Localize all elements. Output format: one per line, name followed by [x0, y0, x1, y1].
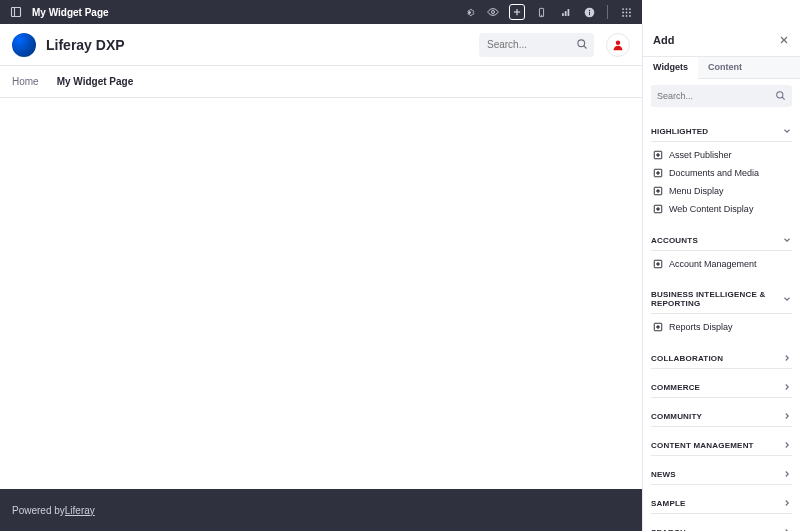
panel-search-icon[interactable] — [775, 90, 786, 101]
category-label: COMMUNITY — [651, 412, 702, 421]
widget-item[interactable]: Menu Display — [651, 182, 792, 200]
svg-point-16 — [622, 11, 624, 13]
add-icon[interactable] — [509, 4, 525, 20]
category-label: BUSINESS INTELLIGENCE & REPORTING — [651, 290, 782, 308]
svg-rect-34 — [657, 171, 658, 175]
chevron-right-icon — [782, 382, 792, 392]
grid-icon[interactable] — [618, 4, 634, 20]
widget-label: Menu Display — [669, 186, 724, 196]
widget-item[interactable]: Account Management — [651, 255, 792, 273]
category-header[interactable]: SAMPLE — [651, 493, 792, 514]
panel-search — [643, 79, 800, 113]
gear-icon[interactable] — [461, 4, 477, 20]
chevron-down-icon — [782, 294, 792, 304]
category-label: SAMPLE — [651, 499, 686, 508]
svg-point-13 — [622, 8, 624, 10]
tab-widgets[interactable]: Widgets — [643, 57, 698, 79]
panel-body[interactable]: HIGHLIGHTEDAsset PublisherDocuments and … — [643, 113, 800, 531]
close-icon[interactable] — [778, 34, 790, 46]
category-header[interactable]: SEARCH — [651, 522, 792, 531]
category-header[interactable]: COMMUNITY — [651, 406, 792, 427]
svg-point-6 — [541, 14, 542, 15]
chevron-right-icon — [782, 411, 792, 421]
sidebar-toggle-icon[interactable] — [8, 4, 24, 20]
svg-point-21 — [629, 15, 631, 17]
widget-label: Web Content Display — [669, 204, 753, 214]
product-title: Liferay DXP — [46, 37, 125, 53]
svg-point-22 — [578, 39, 585, 46]
widget-label: Documents and Media — [669, 168, 759, 178]
widget-item[interactable]: Web Content Display — [651, 200, 792, 218]
widget-icon — [653, 186, 663, 196]
svg-rect-46 — [657, 325, 658, 329]
panel-search-input[interactable] — [651, 85, 792, 107]
info-icon[interactable] — [581, 4, 597, 20]
category-header[interactable]: HIGHLIGHTED — [651, 121, 792, 142]
widget-icon — [653, 259, 663, 269]
svg-rect-0 — [12, 8, 21, 17]
chevron-down-icon — [782, 126, 792, 136]
svg-rect-31 — [657, 153, 658, 157]
analytics-icon[interactable] — [557, 4, 573, 20]
svg-rect-43 — [657, 262, 658, 266]
svg-point-2 — [492, 11, 495, 14]
page-title: My Widget Page — [32, 7, 109, 18]
svg-rect-8 — [564, 11, 566, 16]
svg-point-27 — [777, 92, 783, 98]
top-bar: My Widget Page — [0, 0, 642, 24]
search-wrap — [479, 33, 594, 57]
svg-point-11 — [588, 9, 589, 10]
widget-item[interactable]: Reports Display — [651, 318, 792, 336]
breadcrumb-current[interactable]: My Widget Page — [57, 76, 134, 87]
widget-icon — [653, 150, 663, 160]
tab-content[interactable]: Content — [698, 57, 752, 78]
category-label: COLLABORATION — [651, 354, 723, 363]
eye-icon[interactable] — [485, 4, 501, 20]
chevron-right-icon — [782, 440, 792, 450]
svg-line-23 — [584, 45, 587, 48]
category-header[interactable]: BUSINESS INTELLIGENCE & REPORTING — [651, 285, 792, 314]
svg-point-24 — [616, 40, 621, 45]
footer-text: Powered by — [12, 505, 65, 516]
svg-point-14 — [625, 8, 627, 10]
category-label: HIGHLIGHTED — [651, 127, 708, 136]
divider — [607, 5, 608, 19]
category-header[interactable]: CONTENT MANAGEMENT — [651, 435, 792, 456]
widget-label: Asset Publisher — [669, 150, 732, 160]
widget-label: Reports Display — [669, 322, 733, 332]
add-panel: Add Widgets Content HIGHLIGHTEDAsset Pub… — [642, 24, 800, 531]
category-header[interactable]: ACCOUNTS — [651, 230, 792, 251]
widget-icon — [653, 322, 663, 332]
chevron-right-icon — [782, 498, 792, 508]
breadcrumb-home[interactable]: Home — [12, 76, 39, 87]
svg-line-28 — [782, 97, 784, 99]
svg-point-18 — [629, 11, 631, 13]
widget-item[interactable]: Documents and Media — [651, 164, 792, 182]
liferay-logo[interactable] — [12, 33, 36, 57]
footer: Powered by Liferay — [0, 489, 642, 531]
category-label: CONTENT MANAGEMENT — [651, 441, 754, 450]
page-header: Liferay DXP — [0, 24, 642, 66]
widget-item[interactable]: Asset Publisher — [651, 146, 792, 164]
breadcrumb: Home My Widget Page — [0, 66, 642, 98]
svg-rect-9 — [567, 9, 569, 16]
category-label: ACCOUNTS — [651, 236, 698, 245]
svg-rect-12 — [589, 11, 590, 14]
svg-rect-7 — [562, 13, 564, 16]
simulation-icon[interactable] — [533, 4, 549, 20]
category-header[interactable]: NEWS — [651, 464, 792, 485]
category-header[interactable]: COMMERCE — [651, 377, 792, 398]
widget-icon — [653, 168, 663, 178]
svg-point-20 — [625, 15, 627, 17]
category-label: NEWS — [651, 470, 676, 479]
chevron-right-icon — [782, 527, 792, 531]
svg-point-19 — [622, 15, 624, 17]
footer-link[interactable]: Liferay — [65, 505, 95, 516]
user-avatar[interactable] — [606, 33, 630, 57]
panel-tabs: Widgets Content — [643, 56, 800, 79]
svg-point-15 — [629, 8, 631, 10]
chevron-right-icon — [782, 469, 792, 479]
search-icon[interactable] — [576, 38, 588, 50]
category-header[interactable]: COLLABORATION — [651, 348, 792, 369]
panel-title: Add — [653, 34, 674, 46]
